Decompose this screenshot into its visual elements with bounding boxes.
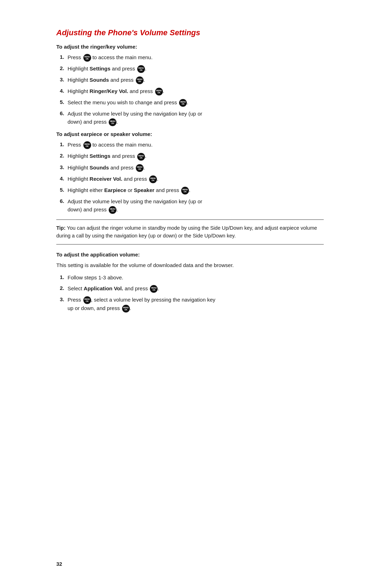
application-intro: This setting is available for the volume… (56, 261, 324, 269)
menu-ok-icon: MENUOK (136, 76, 144, 84)
bold-earpiece: Earpiece (104, 187, 126, 193)
step-number: 2. (60, 152, 68, 160)
earpiece-step-1: 1. Press MENUOK to access the main menu. (56, 141, 324, 149)
page-title: Adjusting the Phone's Volume Settings (56, 28, 324, 37)
step-content: Highlight Sounds and press MENUOK. (68, 163, 324, 172)
ringer-label: To adjust the ringer/key volume: (56, 44, 324, 50)
step-number: 1. (60, 141, 68, 149)
step-number: 3. (60, 76, 68, 84)
menu-ok-icon: MENUOK (109, 206, 116, 214)
step-number: 4. (60, 175, 68, 183)
menu-ok-icon: MENUOK (181, 187, 189, 194)
step-content: Press MENUOK to access the main menu. (68, 141, 324, 149)
earpiece-step-4: 4. Highlight Receiver Vol. and press MEN… (56, 175, 324, 183)
bold-application-vol: Application Vol. (84, 285, 123, 291)
step-number: 5. (60, 186, 68, 194)
menu-ok-icon: MENUOK (83, 141, 91, 149)
step-content: Highlight either Earpiece or Speaker and… (68, 186, 324, 194)
menu-ok-icon: MENUOK (137, 65, 145, 73)
earpiece-step-6: 6. Adjust the volume level by using the … (56, 197, 324, 214)
step-content: Select the menu you wish to change and p… (68, 98, 324, 107)
earpiece-steps-list: 1. Press MENUOK to access the main menu.… (56, 141, 324, 213)
menu-ok-icon: MENUOK (136, 164, 144, 172)
application-section: To adjust the application volume: This s… (56, 252, 324, 313)
ringer-step-2: 2. Highlight Settings and press MENUOK. (56, 64, 324, 73)
step-number: 2. (60, 284, 68, 292)
ringer-step-6: 6. Adjust the volume level by using the … (56, 110, 324, 126)
page-number: 32 (56, 561, 62, 567)
menu-ok-icon: MENUOK (83, 54, 91, 62)
ringer-step-1: 1. Press MENUOK to access the main menu. (56, 53, 324, 62)
menu-ok-icon: MENUOK (122, 305, 130, 312)
step-number: 5. (60, 98, 68, 106)
step-content: Highlight Sounds and press MENUOK. (68, 76, 324, 84)
tip-label: Tip: (56, 225, 65, 231)
step-content: Select Application Vol. and press MENUOK… (68, 284, 324, 293)
bold-sounds: Sounds (90, 77, 109, 83)
step-content: Highlight Receiver Vol. and press MENUOK… (68, 175, 324, 183)
step-number: 2. (60, 64, 68, 73)
bold-settings: Settings (90, 66, 110, 72)
step-content: Press MENUOK, select a volume level by p… (68, 296, 324, 312)
ringer-step-4: 4. Highlight Ringer/Key Vol. and press M… (56, 87, 324, 95)
page-content: Adjusting the Phone's Volume Settings To… (56, 28, 324, 312)
app-step-1: 1. Follow steps 1-3 above. (56, 273, 324, 281)
step-content: Highlight Settings and press MENUOK. (68, 152, 324, 160)
bold-ringer-key-vol: Ringer/Key Vol. (90, 88, 128, 94)
step-content: Follow steps 1-3 above. (68, 273, 324, 281)
step-number: 6. (60, 197, 68, 205)
menu-ok-icon: MENUOK (109, 118, 116, 126)
step-content: Highlight Ringer/Key Vol. and press MENU… (68, 87, 324, 95)
menu-ok-icon: MENUOK (150, 285, 158, 293)
menu-ok-icon: MENUOK (83, 296, 91, 304)
step-number: 4. (60, 87, 68, 95)
menu-ok-icon: MENUOK (149, 175, 157, 183)
step-number: 6. (60, 110, 68, 118)
tip-box: Tip: You can adjust the ringer volume in… (56, 219, 324, 245)
earpiece-label: To adjust earpiece or speaker volume: (56, 131, 324, 137)
earpiece-step-5: 5. Highlight either Earpiece or Speaker … (56, 186, 324, 194)
ringer-section: To adjust the ringer/key volume: 1. Pres… (56, 44, 324, 126)
earpiece-section: To adjust earpiece or speaker volume: 1.… (56, 131, 324, 213)
bold-sounds: Sounds (90, 165, 109, 171)
application-steps-list: 1. Follow steps 1-3 above. 2. Select App… (56, 273, 324, 312)
menu-ok-icon: MENUOK (155, 88, 163, 95)
app-step-2: 2. Select Application Vol. and press MEN… (56, 284, 324, 293)
menu-ok-icon: MENUOK (179, 99, 187, 107)
step-number: 3. (60, 296, 68, 304)
ringer-step-3: 3. Highlight Sounds and press MENUOK. (56, 76, 324, 84)
ringer-steps-list: 1. Press MENUOK to access the main menu.… (56, 53, 324, 126)
ringer-step-5: 5. Select the menu you wish to change an… (56, 98, 324, 107)
application-label: To adjust the application volume: (56, 252, 324, 258)
bold-receiver-vol: Receiver Vol. (90, 176, 122, 182)
step-content: Adjust the volume level by using the nav… (68, 110, 324, 126)
menu-ok-icon: MENUOK (137, 153, 145, 161)
tip-text: You can adjust the ringer volume in stan… (56, 225, 317, 239)
step-number: 1. (60, 53, 68, 61)
app-step-3: 3. Press MENUOK, select a volume level b… (56, 296, 324, 312)
bold-settings: Settings (90, 153, 110, 159)
step-number: 3. (60, 163, 68, 172)
step-content: Press MENUOK to access the main menu. (68, 53, 324, 62)
bold-speaker: Speaker (134, 187, 154, 193)
earpiece-step-2: 2. Highlight Settings and press MENUOK. (56, 152, 324, 160)
step-content: Highlight Settings and press MENUOK. (68, 64, 324, 73)
step-content: Adjust the volume level by using the nav… (68, 197, 324, 214)
earpiece-step-3: 3. Highlight Sounds and press MENUOK. (56, 163, 324, 172)
step-number: 1. (60, 273, 68, 281)
